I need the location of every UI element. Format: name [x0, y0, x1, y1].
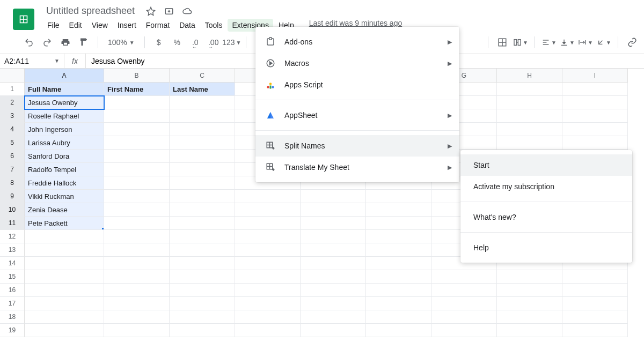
cell[interactable] — [366, 243, 431, 257]
row-header[interactable]: 11 — [0, 217, 25, 230]
cell[interactable] — [497, 284, 562, 297]
cell[interactable] — [562, 96, 628, 109]
submenu-what-s-new-[interactable]: What's new? — [460, 206, 632, 228]
cell[interactable] — [366, 190, 431, 203]
menu-edit[interactable]: Edit — [65, 19, 86, 32]
ext-menu-appsheet[interactable]: AppSheet▶ — [255, 105, 459, 126]
merge-cells-button[interactable]: ▼ — [513, 35, 528, 50]
cell[interactable] — [170, 270, 235, 284]
cell[interactable] — [366, 230, 431, 243]
row-header[interactable]: 14 — [0, 257, 25, 270]
cell[interactable] — [104, 109, 170, 123]
cell[interactable] — [497, 270, 562, 284]
cell[interactable] — [170, 217, 235, 230]
cell[interactable] — [497, 136, 562, 150]
cell[interactable] — [104, 123, 170, 136]
more-formats-button[interactable]: 123▼ — [224, 35, 239, 50]
row-header[interactable]: 13 — [0, 243, 25, 257]
submenu-start[interactable]: Start — [460, 154, 632, 176]
print-button[interactable] — [58, 35, 73, 50]
link-button[interactable] — [625, 35, 640, 50]
star-icon[interactable] — [145, 6, 156, 17]
cell[interactable] — [170, 310, 235, 324]
ext-menu-apps-script[interactable]: Apps Script — [255, 74, 459, 95]
cell[interactable] — [25, 257, 104, 270]
cell[interactable] — [497, 297, 562, 310]
cell[interactable] — [104, 310, 170, 324]
zoom-select[interactable]: 100% ▼ — [105, 38, 138, 47]
menu-view[interactable]: View — [87, 19, 112, 32]
cell[interactable] — [170, 176, 235, 190]
menu-insert[interactable]: Insert — [113, 19, 141, 32]
cell[interactable] — [562, 83, 628, 96]
cell[interactable]: Roselle Raphael — [25, 109, 104, 123]
cell[interactable]: Vikki Ruckman — [25, 190, 104, 203]
fill-handle[interactable] — [102, 228, 104, 230]
menu-format[interactable]: Format — [142, 19, 174, 32]
ext-menu-translate-my-sheet[interactable]: Translate My Sheet▶ — [255, 157, 459, 178]
cell[interactable] — [497, 324, 562, 337]
cell[interactable] — [25, 297, 104, 310]
cell[interactable] — [497, 310, 562, 324]
cell[interactable] — [562, 297, 628, 310]
cell[interactable] — [431, 284, 497, 297]
row-header[interactable]: 3 — [0, 109, 25, 123]
cell[interactable] — [170, 96, 235, 109]
cell[interactable] — [170, 109, 235, 123]
cell[interactable] — [104, 176, 170, 190]
row-header[interactable]: 2 — [0, 96, 25, 109]
column-header-I[interactable]: I — [562, 69, 628, 83]
cloud-status-icon[interactable] — [182, 6, 193, 17]
cell[interactable]: Sanford Dora — [25, 150, 104, 163]
cell[interactable]: Zenia Dease — [25, 203, 104, 217]
cell[interactable] — [562, 136, 628, 150]
cell[interactable] — [497, 83, 562, 96]
cell[interactable] — [235, 270, 301, 284]
cell[interactable] — [366, 203, 431, 217]
row-header[interactable]: 12 — [0, 230, 25, 243]
cell[interactable] — [431, 324, 497, 337]
cell[interactable] — [301, 257, 366, 270]
cell[interactable] — [366, 297, 431, 310]
cell[interactable] — [235, 230, 301, 243]
cell[interactable] — [301, 284, 366, 297]
cell[interactable] — [170, 297, 235, 310]
cell[interactable] — [104, 243, 170, 257]
row-header[interactable]: 1 — [0, 83, 25, 96]
cell[interactable] — [104, 203, 170, 217]
cell[interactable] — [562, 109, 628, 123]
move-icon[interactable] — [164, 6, 174, 17]
cell[interactable] — [235, 217, 301, 230]
row-header[interactable]: 6 — [0, 150, 25, 163]
cell[interactable] — [562, 324, 628, 337]
ext-menu-split-names[interactable]: Split Names▶ — [255, 135, 459, 157]
row-header[interactable]: 8 — [0, 176, 25, 190]
undo-button[interactable] — [21, 35, 36, 50]
cell[interactable] — [25, 310, 104, 324]
cell[interactable] — [170, 324, 235, 337]
cell[interactable] — [104, 324, 170, 337]
row-header[interactable]: 18 — [0, 310, 25, 324]
row-header[interactable]: 15 — [0, 270, 25, 284]
cell[interactable] — [431, 297, 497, 310]
cell[interactable] — [497, 96, 562, 109]
cell[interactable] — [301, 190, 366, 203]
cell[interactable] — [301, 310, 366, 324]
cell[interactable] — [366, 284, 431, 297]
cell[interactable] — [562, 310, 628, 324]
cell[interactable] — [235, 190, 301, 203]
text-rotation-button[interactable]: ▼ — [596, 35, 611, 50]
cell[interactable]: John Ingerson — [25, 123, 104, 136]
cell[interactable] — [170, 203, 235, 217]
cell[interactable] — [235, 257, 301, 270]
cell[interactable] — [170, 163, 235, 176]
column-header-H[interactable]: H — [497, 69, 562, 83]
row-header[interactable]: 10 — [0, 203, 25, 217]
cell[interactable] — [431, 310, 497, 324]
cell[interactable] — [170, 243, 235, 257]
column-header-C[interactable]: C — [170, 69, 235, 83]
cell[interactable] — [170, 230, 235, 243]
cell[interactable]: Larissa Aubry — [25, 136, 104, 150]
cell[interactable]: Jesusa Owenby — [25, 96, 104, 109]
menu-file[interactable]: File — [43, 19, 64, 32]
